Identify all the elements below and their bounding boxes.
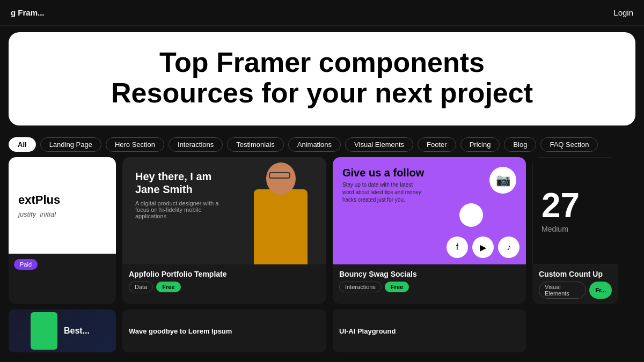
card-bouncy-title: Bouncy Swag Socials: [339, 270, 519, 278]
card-nextplus-brand: extPlus: [18, 193, 60, 207]
top-nav: g Fram... Login: [0, 0, 644, 26]
lorem-title: Wave goodbye to Lorem Ipsum: [129, 327, 232, 335]
youtube-icon: ▶: [472, 237, 494, 258]
person-head: [266, 162, 296, 195]
nav-logo: g Fram...: [11, 8, 45, 17]
person-illustration: [240, 157, 326, 264]
filter-tag-blog[interactable]: Blog: [504, 137, 536, 152]
card-nextplus-sub: justify initial: [18, 210, 56, 218]
card-appfolio[interactable]: Hey there, I am Jane Smith A digital pro…: [122, 157, 326, 304]
card-appfolio-desc: A digital product designer with a focus …: [135, 200, 232, 219]
hero-title: Top Framer components Resources for your…: [30, 47, 614, 108]
filter-tag-faq[interactable]: FAQ Section: [540, 137, 598, 152]
card-appfolio-title: Appfolio Portfolio Template: [129, 270, 320, 278]
card-appfolio-thumb: Hey there, I am Jane Smith A digital pro…: [122, 157, 326, 264]
card-appfolio-info: Appfolio Portfolio Template Data Free: [122, 264, 326, 298]
person-glasses: [269, 172, 290, 179]
nav-login-link[interactable]: Login: [613, 8, 633, 17]
card-nextplus[interactable]: extPlus justify initial Paid: [9, 157, 116, 304]
card-bouncy-info: Bouncy Swag Socials Interactions Free: [333, 264, 526, 298]
hero-banner: Top Framer components Resources for your…: [9, 32, 635, 125]
facebook-icon: f: [447, 237, 468, 258]
card-bouncy[interactable]: 📷 Give us a follow Stay up to date with …: [333, 157, 526, 304]
card-appfolio-text: Hey there, I am Jane Smith A digital pro…: [135, 170, 232, 219]
cards-area: extPlus justify initial Paid Hey there, …: [0, 157, 644, 304]
person-body: [254, 189, 308, 264]
hero-line2: Resources for your next project: [30, 78, 614, 108]
filter-tag-interactions[interactable]: Interactions: [169, 137, 223, 152]
tag-free-bouncy: Free: [385, 282, 409, 292]
social-subtitle: Stay up to date with the latest word abo…: [342, 181, 423, 204]
filter-tag-pricing[interactable]: Pricing: [460, 137, 500, 152]
filter-tag-animations[interactable]: Animations: [288, 137, 341, 152]
framer-icon: ʄ: [459, 203, 483, 227]
mini-card-uiai[interactable]: UI-AI Playground: [333, 309, 526, 352]
card-counter-info: Custom Count Up Visual Elements Fr...: [532, 264, 618, 304]
filter-tag-visual[interactable]: Visual Elements: [345, 137, 413, 152]
card-nextplus-info: Paid: [9, 254, 116, 275]
card-appfolio-tags: Data Free: [129, 282, 320, 292]
hero-line1: Top Framer components: [30, 47, 614, 78]
card-counter-tags: Visual Elements Fr...: [539, 282, 612, 299]
filter-tag-hero[interactable]: Hero Section: [106, 137, 164, 152]
tag-visual-elements: Visual Elements: [539, 282, 586, 299]
card-counter-title: Custom Count Up: [539, 270, 612, 278]
card-counter-thumb: 27 Medium: [532, 157, 618, 264]
filter-tag-testimonials[interactable]: Testimonials: [227, 137, 284, 152]
card-bouncy-thumb: 📷 Give us a follow Stay up to date with …: [333, 157, 526, 264]
uiai-title: UI-AI Playground: [339, 327, 396, 335]
tag-paid: Paid: [14, 259, 38, 270]
card-counter[interactable]: 27 Medium Custom Count Up Visual Element…: [532, 157, 618, 304]
filter-tag-all[interactable]: All: [9, 137, 36, 152]
filter-tag-landing[interactable]: Landing Page: [40, 137, 101, 152]
second-row: Best... Wave goodbye to Lorem Ipsum UI-A…: [0, 304, 644, 352]
filter-tag-footer[interactable]: Footer: [418, 137, 456, 152]
mini-card-best-inner: Best...: [31, 312, 94, 350]
tag-interactions: Interactions: [339, 282, 382, 292]
social-icons: f ▶ ♪: [447, 237, 519, 258]
tiktok-icon: ♪: [498, 237, 519, 258]
count-number: 27: [541, 188, 580, 223]
card-bouncy-tags: Interactions Free: [339, 282, 519, 292]
tag-free-appfolio: Free: [156, 282, 180, 292]
tag-data: Data: [129, 282, 153, 292]
card-appfolio-heading: Hey there, I am Jane Smith: [135, 170, 232, 196]
filter-bar: All Landing Page Hero Section Interactio…: [0, 132, 644, 157]
tag-free-counter: Fr...: [589, 282, 612, 299]
card-nextplus-thumb: extPlus justify initial: [9, 157, 116, 254]
green-accent: [31, 312, 57, 350]
best-label: Best...: [64, 326, 90, 336]
mini-card-best[interactable]: Best...: [9, 309, 116, 352]
best-text-area: Best...: [60, 312, 94, 350]
count-label: Medium: [541, 225, 568, 233]
mini-card-lorem[interactable]: Wave goodbye to Lorem Ipsum: [122, 309, 326, 352]
